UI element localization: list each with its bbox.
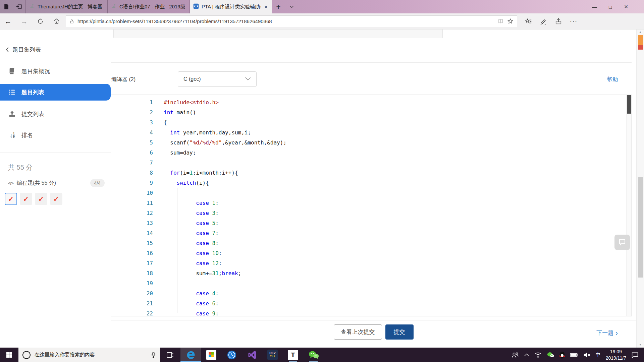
tabs-you-set-aside-icon[interactable] — [13, 0, 25, 13]
scroll-up-icon[interactable]: ▲ — [637, 31, 644, 34]
people-icon[interactable] — [512, 352, 519, 358]
code-line[interactable]: 3{ — [111, 118, 631, 128]
close-button[interactable]: × — [618, 0, 634, 13]
minimize-button[interactable]: — — [587, 0, 602, 13]
battery-icon[interactable] — [570, 353, 578, 357]
code-line[interactable]: 13 case 5: — [111, 218, 631, 228]
problem-status-correct[interactable]: ✓ — [35, 193, 47, 205]
tab-preview-chevron-icon[interactable] — [285, 0, 299, 13]
tab-close-button[interactable]: × — [263, 4, 268, 10]
task-view-icon — [166, 351, 174, 359]
refresh-icon[interactable] — [32, 18, 48, 24]
back-icon[interactable]: ← — [0, 17, 16, 25]
page-scrollbar[interactable]: ▲ ▼ — [636, 29, 644, 348]
page-scrollbar-thumb[interactable] — [638, 177, 643, 278]
action-center-icon[interactable] — [631, 352, 639, 358]
set-tabs-aside-icon[interactable] — [0, 0, 13, 13]
sidebar-item-list[interactable]: 题目列表 — [0, 84, 111, 101]
code-text: case 4: — [153, 289, 219, 299]
programming-section-label: 编程题(共 55 分) — [17, 180, 56, 187]
share-icon[interactable] — [554, 17, 563, 25]
code-line[interactable]: 10 — [111, 188, 631, 198]
screen: ThematureJH的主页 - 博客园C语言I作业07 - 作业 - 2019… — [0, 0, 644, 362]
main-content: 编译器 (2) C (gcc) 帮助 1#include<stdio.h>2in… — [111, 29, 636, 348]
taskbar-app-edge[interactable] — [180, 348, 201, 362]
home-icon[interactable] — [48, 18, 64, 24]
taskbar-app-wechat[interactable] — [303, 348, 324, 362]
line-number: 20 — [111, 289, 153, 299]
favorites-hub-icon[interactable] — [524, 17, 533, 25]
show-desktop-button[interactable] — [642, 348, 644, 362]
code-line[interactable]: 11 case 1: — [111, 198, 631, 208]
feedback-button[interactable] — [614, 235, 630, 250]
code-line[interactable]: 2int main() — [111, 108, 631, 118]
line-number: 1 — [111, 98, 153, 108]
wechat-tray-icon[interactable] — [547, 352, 554, 358]
qq-icon[interactable] — [559, 351, 565, 359]
code-line[interactable]: 1#include<stdio.h> — [111, 98, 631, 108]
line-number: 14 — [111, 228, 153, 238]
code-line[interactable]: 12 case 3: — [111, 208, 631, 218]
editor-scrollbar[interactable] — [626, 95, 631, 316]
problem-status-correct[interactable]: ✓ — [5, 193, 17, 205]
code-line[interactable]: 18 sum+=31;break; — [111, 268, 631, 279]
code-line[interactable]: 14 case 7: — [111, 228, 631, 238]
taskbar-app-devcpp[interactable]: DEVC++ — [262, 348, 283, 362]
search-placeholder-text: 在这里输入你要搜索的内容 — [35, 352, 147, 358]
taskbar-app-typora[interactable]: T — [283, 348, 303, 362]
ime-indicator[interactable]: 中 — [596, 352, 601, 358]
maximize-button[interactable]: □ — [602, 0, 618, 13]
code-line[interactable]: 19 — [111, 279, 631, 289]
next-problem-link[interactable]: 下一题 › — [596, 329, 618, 337]
browser-tab[interactable]: C语言I作业07 - 作业 - 2019级 — [108, 0, 190, 13]
wifi-icon[interactable] — [534, 352, 542, 358]
code-line[interactable]: 16 case 10: — [111, 248, 631, 258]
code-line[interactable]: 21 case 6: — [111, 299, 631, 309]
chevron-up-icon[interactable] — [524, 353, 529, 357]
sidebar-item-upload[interactable]: 提交列表 — [0, 106, 111, 122]
problem-status-list: ✓✓✓✓ — [5, 193, 62, 205]
microphone-icon[interactable] — [151, 352, 156, 358]
submit-button[interactable]: 提交 — [385, 324, 414, 340]
view-last-submission-button[interactable]: 查看上次提交 — [334, 324, 382, 340]
sidebar-item-book[interactable]: 题目集概况 — [0, 63, 111, 79]
problem-status-correct[interactable]: ✓ — [20, 193, 32, 205]
pta-icon — [193, 3, 199, 10]
code-line[interactable]: 5 scanf("%d/%d/%d",&year,&month,&day); — [111, 138, 631, 148]
compiler-select[interactable]: C (gcc) — [178, 71, 257, 87]
reading-view-icon[interactable] — [497, 18, 504, 24]
ink-pen-icon[interactable] — [539, 17, 548, 25]
code-editor[interactable]: 1#include<stdio.h>2int main()3{4 int yea… — [111, 95, 632, 316]
code-line[interactable]: 9 switch(i){ — [111, 178, 631, 188]
forward-icon[interactable]: → — [16, 17, 32, 25]
editor-scrollbar-thumb[interactable] — [627, 95, 631, 114]
browser-tab[interactable]: PTA | 程序设计类实验辅助教学平台× — [190, 0, 272, 13]
url-text[interactable]: https://pintia.cn/problem-sets/119135692… — [77, 18, 494, 24]
taskbar-app-visual-studio[interactable] — [242, 348, 262, 362]
browser-tab[interactable]: ThematureJH的主页 - 博客园 — [25, 0, 108, 13]
code-line[interactable]: 15 case 8: — [111, 238, 631, 248]
volume-muted-icon[interactable] — [583, 352, 591, 358]
code-line[interactable]: 22 case 9: — [111, 309, 631, 316]
start-button[interactable] — [0, 348, 18, 362]
code-line[interactable]: 7 — [111, 158, 631, 168]
taskbar-app-clock[interactable] — [221, 348, 242, 362]
code-line[interactable]: 8 for(i=1;i<month;i++){ — [111, 168, 631, 178]
help-link[interactable]: 帮助 — [607, 76, 618, 83]
code-line[interactable]: 4 int year,month,day,sum,i; — [111, 128, 631, 138]
sidebar-item-ranking[interactable]: ↓19排名 — [0, 127, 111, 143]
new-tab-button[interactable]: + — [272, 0, 285, 13]
back-to-problem-sets-link[interactable]: 题目集列表 — [5, 43, 41, 56]
code-line[interactable]: 20 case 4: — [111, 289, 631, 299]
code-line[interactable]: 17 case 12: — [111, 258, 631, 268]
address-bar[interactable]: https://pintia.cn/problem-sets/119135692… — [66, 15, 517, 27]
taskbar-search-box[interactable]: 在这里输入你要搜索的内容 — [18, 348, 160, 362]
problem-status-correct[interactable]: ✓ — [50, 193, 62, 205]
code-line[interactable]: 6 sum=day; — [111, 148, 631, 158]
taskbar-clock[interactable]: 19:09 2019/11/7 — [606, 349, 626, 361]
scroll-down-icon[interactable]: ▼ — [637, 343, 644, 346]
favorite-star-icon[interactable] — [507, 18, 514, 24]
taskbar-app-store[interactable] — [201, 348, 221, 362]
task-view-button[interactable] — [160, 348, 180, 362]
more-options-icon[interactable]: ··· — [569, 17, 578, 25]
